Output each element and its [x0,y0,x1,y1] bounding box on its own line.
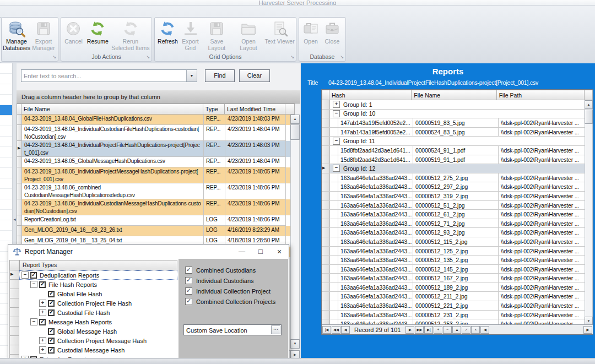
navigator-button[interactable]: ▶▶ [415,326,424,334]
option-row[interactable]: Combined Custodians [185,267,256,274]
files-vscrollbar-thumb[interactable] [290,124,300,140]
navigator-button[interactable]: ▶ [405,326,414,334]
tree-column-header[interactable]: Report Types [19,260,177,270]
checkbox[interactable] [39,281,46,288]
option-row[interactable]: Individual Custodians [185,277,254,284]
table-row[interactable]: ▶ 15d8fbf2aad42d3ae1d641... 00000524_91_… [322,146,586,155]
group-expand-icon[interactable]: − [333,165,340,172]
tree-expand-icon[interactable]: + [39,300,46,307]
dialog-launcher-icon[interactable]: ↘ [146,55,150,60]
tree-item[interactable]: ▶ − Deduplication Reports [9,270,177,280]
scroll-down-icon[interactable]: ▼ [290,339,300,349]
cancel-button[interactable]: Cancel [62,19,85,53]
table-row[interactable]: ▶ ReportCreationLog.txt LOG 4/23/2019 1:… [17,215,290,226]
save-layout-button[interactable]: Save Layout [201,19,232,53]
option-row[interactable]: Individual Collection Project [185,287,271,295]
navigator-button[interactable]: × [471,326,480,334]
column-header-hash[interactable]: Hash [329,90,412,100]
navigator-button[interactable]: ◀ [341,326,350,334]
scroll-up-icon[interactable]: ▲ [585,100,593,109]
tree-item[interactable]: ▶ + Collection Project Message Hash [9,336,177,345]
tree-expand-icon[interactable]: − [21,271,29,279]
tree-expand-icon[interactable] [39,290,46,297]
navigator-button[interactable]: + [434,326,442,334]
export-grid-button[interactable]: Export Grid [180,19,201,53]
checkbox[interactable] [185,277,192,284]
checkbox[interactable] [30,272,37,279]
table-row[interactable]: ▶ 163aa646efa1a336ad2443... 00000512_221… [322,301,586,311]
tree-item[interactable]: ▶ + Custodial Message Hash [9,345,177,355]
table-row[interactable]: ▶ Gen_MLOG_2019_04_16__08_23_26.txt LOG … [17,226,290,236]
checkbox[interactable] [39,319,46,325]
reports-vscrollbar-thumb[interactable] [585,110,593,124]
text-viewer-button[interactable]: Text Viewer [264,19,295,53]
navigator-button[interactable]: ◀◀ [332,326,340,334]
search-dropdown-button[interactable]: ▼ [186,70,197,82]
minimize-button[interactable]: — [232,245,251,259]
search-input[interactable] [23,70,188,82]
navigator-button[interactable]: |◀ [322,326,331,334]
clear-button[interactable]: Clear [239,69,270,82]
navigator-button[interactable]: ◀ [480,326,489,334]
column-header-file-name[interactable]: File Name [21,104,203,115]
dialog-launcher-icon[interactable]: ↘ [340,55,344,60]
column-header-file-path[interactable]: File Path [497,90,585,100]
tree-expand-icon[interactable]: + [39,309,46,316]
table-row[interactable]: ▶ + Group Id: 1 [322,100,586,110]
table-row[interactable]: ▶ 04-23-2019_13.48.06_IndividualCustodia… [17,199,290,215]
dialog-launcher-icon[interactable]: ↘ [290,55,294,60]
close-button[interactable]: × [270,245,289,259]
checkbox[interactable] [48,347,55,354]
checkbox[interactable] [48,309,55,316]
maximize-button[interactable]: □ [251,245,270,259]
dialog-launcher-icon[interactable]: ↘ [52,55,56,60]
navigator-button[interactable]: ✓ [462,326,470,334]
table-row[interactable]: ▶ 163aa646efa1a336ad2443... 00000512_189… [322,283,586,292]
table-row[interactable]: ▶ 163aa646efa1a336ad2443... 00000512_211… [322,292,586,301]
tree-expand-icon[interactable]: + [39,346,46,354]
tree-expand-icon[interactable] [39,328,46,335]
option-row[interactable]: Combined Collection Projects [185,298,275,305]
column-header-file-name[interactable]: File Name [412,90,496,100]
table-row[interactable]: ▶ 163aa646efa1a336ad2443... 00000512_93_… [322,228,586,237]
table-row[interactable]: ▶ 04-23-2019_13.48.04_IndividualCustodia… [17,125,290,141]
table-row[interactable]: ▶ 163aa646efa1a336ad2443... 00000512_61_… [322,210,586,219]
tree-expand-icon[interactable]: − [30,318,37,325]
table-row[interactable]: ▶ 04-23-2019_13.48.05_IndividualProjectM… [17,167,290,183]
checkbox[interactable] [185,287,192,295]
table-row[interactable]: ▶ 163aa646efa1a336ad2443... 00000512_135… [322,256,586,265]
table-row[interactable]: ▶ 163aa646efa1a336ad2443... 00000512_115… [322,237,586,247]
column-header-last-modified[interactable]: Last Modified Time [225,104,285,115]
checkbox[interactable] [185,298,192,305]
group-expand-icon[interactable]: − [333,138,340,145]
close-database-button[interactable]: Close [321,19,343,53]
dialog-titlebar[interactable]: Report Manager — □ × [8,245,289,259]
table-row[interactable]: ▶ 163aa646efa1a336ad2443... 00000512_297… [322,182,586,192]
table-row[interactable]: ▶ 163aa646efa1a336ad2443... 00000512_167… [322,274,586,283]
checkbox[interactable] [48,328,55,335]
open-layout-button[interactable]: Open Layout [232,19,265,53]
rerun-selected-items-button[interactable]: Rerun Selected Items [111,19,150,53]
table-row[interactable]: ▶ − Group Id: 12 [322,164,586,173]
table-row[interactable]: ▶ 163aa646efa1a336ad2443... 00000512_319… [322,192,586,201]
tree-item[interactable]: ▶ − Message Hash Reports [9,317,177,327]
refresh-button[interactable]: Refresh [156,19,180,53]
table-row[interactable]: ▶ − Group Id: 10 [322,110,586,119]
navigator-button[interactable]: ▶| [424,326,433,334]
find-button[interactable]: Find [205,69,235,82]
checkbox[interactable] [185,267,192,274]
reports-vscrollbar-track[interactable] [585,100,593,326]
tree-item[interactable]: ▶ + Collection Project File Hash [9,298,177,308]
scroll-up-icon[interactable]: ▲ [290,115,300,124]
table-row[interactable]: ▶ 163aa646efa1a336ad2443... 00000512_145… [322,265,586,274]
checkbox[interactable] [48,338,55,344]
table-row[interactable]: ▶ 04-23-2019_13.48.05_GlobalMessageHashD… [17,157,290,167]
table-row[interactable]: ▶ 15d8fbf2aad42d3ae1d641... 00000519_91_… [322,155,586,165]
checkbox[interactable] [48,300,55,307]
table-row[interactable]: ▶ 163aa646efa1a336ad2443... 00000512_231… [322,311,586,320]
custom-save-location-input[interactable] [185,325,270,335]
table-row[interactable]: ▶ 163aa646efa1a336ad2443... 00000512_275… [322,173,586,183]
navigator-button[interactable]: − [443,326,452,334]
browse-button[interactable]: ··· [271,325,280,334]
table-row[interactable]: ▶ 04-23-2019_13.48.06_combined Custodian… [17,183,290,199]
